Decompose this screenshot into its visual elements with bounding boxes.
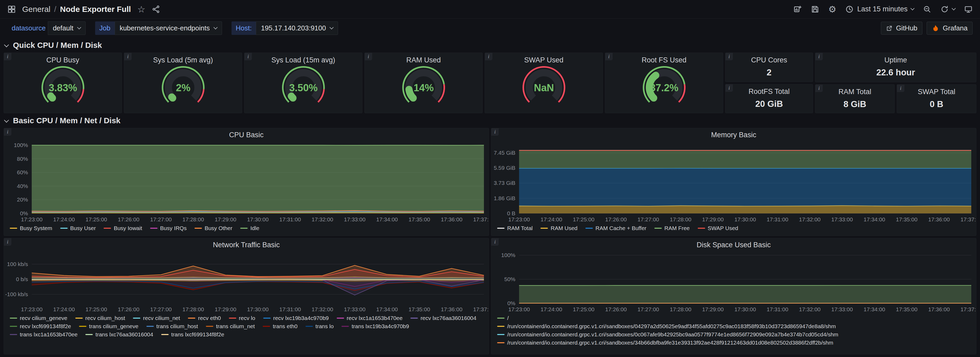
panel-title[interactable]: CPU Cores xyxy=(751,56,788,64)
legend-item[interactable]: Idle xyxy=(240,225,259,231)
chevron-down-icon xyxy=(213,26,218,30)
panel-swap-used: i SWAP Used NaN xyxy=(485,53,603,113)
legend-swatch xyxy=(194,228,202,229)
svg-text:17:24:00: 17:24:00 xyxy=(53,216,75,222)
legend-item[interactable]: SWAP Used xyxy=(698,225,738,231)
settings-gear-icon[interactable]: ⚙ xyxy=(828,5,836,14)
info-icon[interactable]: i xyxy=(605,53,612,60)
legend-item[interactable]: trans cilium_host xyxy=(146,323,198,330)
legend-label: recv lxc1a1653b470ee xyxy=(347,315,402,321)
row-header-basic[interactable]: Basic CPU / Mem / Net / Disk xyxy=(0,113,980,128)
share-icon[interactable] xyxy=(152,5,160,13)
legend-item[interactable]: trans lxc1a1653b470ee xyxy=(10,332,78,338)
cpu-basic-chart[interactable]: 17:23:0017:24:0017:25:0017:26:0017:27:00… xyxy=(4,142,489,224)
legend-item[interactable]: recv lxc1a1653b470ee xyxy=(337,315,402,321)
legend-item[interactable]: recv lxc76aa36016004 xyxy=(410,315,476,321)
legend-item[interactable]: trans cilium_net xyxy=(206,323,255,330)
panel-sys-load-15m: i Sys Load (15m avg) 3.50% xyxy=(244,53,362,113)
info-icon[interactable]: i xyxy=(725,84,733,92)
memory-basic-chart[interactable]: 17:23:0017:24:0017:25:0017:26:0017:27:00… xyxy=(491,142,976,224)
panel-title[interactable]: Sys Load (5m avg) xyxy=(153,56,213,64)
legend-item[interactable]: trans cilium_geneve xyxy=(79,323,138,330)
github-link-button[interactable]: GitHub xyxy=(881,22,923,35)
legend-item[interactable]: recv lxcf699134f8f2e xyxy=(10,323,71,330)
legend-item[interactable]: recv lo xyxy=(229,315,255,321)
legend-label: recv lo xyxy=(239,315,255,321)
legend-item[interactable]: recv lxc19b3a4c970b9 xyxy=(263,315,329,321)
network-traffic-chart[interactable]: 17:23:0017:24:0017:25:0017:26:0017:27:00… xyxy=(4,252,489,314)
panel-cpu-basic: i CPU Basic 17:23:0017:24:0017:25:0017:2… xyxy=(4,128,489,236)
panel-title[interactable]: SWAP Total xyxy=(918,88,955,96)
legend-item[interactable]: recv cilium_geneve xyxy=(10,315,67,321)
panel-title[interactable]: RootFS Total xyxy=(748,88,790,96)
legend-item[interactable]: recv cilium_host xyxy=(75,315,125,321)
legend-item[interactable]: recv cilium_net xyxy=(133,315,180,321)
legend-swatch xyxy=(150,228,158,229)
panel-title[interactable]: Disk Space Used Basic xyxy=(491,238,976,252)
panel-title[interactable]: SWAP Used xyxy=(524,56,563,64)
stat-column-left: i CPU Cores 2 i RootFS Total 20 GiB xyxy=(725,53,813,113)
legend-item[interactable]: trans lo xyxy=(305,323,334,330)
time-range-picker[interactable]: Last 15 minutes xyxy=(845,5,914,13)
legend-item[interactable]: /run/containerd/io.containerd.grpc.v1.cr… xyxy=(497,332,838,338)
legend-item[interactable]: trans lxc19b3a4c970b9 xyxy=(342,323,409,330)
legend-item[interactable]: trans lxcf699134f8f2e xyxy=(161,332,224,338)
legend-item[interactable]: / xyxy=(497,315,838,321)
legend-item[interactable]: /run/containerd/io.containerd.grpc.v1.cr… xyxy=(497,339,838,346)
info-icon[interactable]: i xyxy=(491,238,499,245)
legend-item[interactable]: RAM Total xyxy=(497,225,533,231)
dashboards-grid-icon[interactable] xyxy=(7,5,16,13)
panel-title[interactable]: RAM Used xyxy=(406,56,441,64)
legend-item[interactable]: RAM Free xyxy=(654,225,690,231)
info-icon[interactable]: i xyxy=(897,84,904,92)
panel-title[interactable]: Network Traffic Basic xyxy=(4,238,489,252)
svg-text:17:35:00: 17:35:00 xyxy=(896,306,918,312)
datasource-dropdown[interactable]: default xyxy=(48,21,86,35)
panel-title[interactable]: Root FS Used xyxy=(642,56,687,64)
legend-item[interactable]: RAM Used xyxy=(541,225,578,231)
legend-item[interactable]: /run/containerd/io.containerd.grpc.v1.cr… xyxy=(497,323,838,330)
info-icon[interactable]: i xyxy=(4,238,11,245)
info-icon[interactable]: i xyxy=(124,53,132,60)
legend-item[interactable]: recv eth0 xyxy=(188,315,221,321)
legend-item[interactable]: Busy User xyxy=(60,225,96,231)
panel-title[interactable]: Memory Basic xyxy=(491,128,976,142)
info-icon[interactable]: i xyxy=(245,53,252,60)
info-icon[interactable]: i xyxy=(485,53,492,60)
add-panel-icon[interactable] xyxy=(794,5,802,13)
row-header-quick[interactable]: Quick CPU / Mem / Disk xyxy=(0,38,980,53)
info-icon[interactable]: i xyxy=(4,128,11,135)
panel-title[interactable]: Uptime xyxy=(885,56,907,64)
legend-item[interactable]: Busy Iowait xyxy=(103,225,142,231)
disk-space-chart[interactable]: 17:23:0017:24:0017:25:0017:26:0017:27:00… xyxy=(491,252,976,314)
legend-item[interactable]: Busy IRQs xyxy=(150,225,186,231)
panel-title[interactable]: RAM Total xyxy=(838,88,871,96)
svg-text:17:31:00: 17:31:00 xyxy=(767,306,788,312)
info-icon[interactable]: i xyxy=(365,53,372,60)
panel-title[interactable]: CPU Busy xyxy=(46,56,79,64)
host-dropdown[interactable]: 195.17.140.203:9100 xyxy=(256,21,338,35)
legend-item[interactable]: trans eth0 xyxy=(263,323,298,330)
legend-item[interactable]: Busy Other xyxy=(194,225,232,231)
info-icon[interactable]: i xyxy=(815,84,823,92)
breadcrumb-folder[interactable]: General xyxy=(22,5,51,14)
info-icon[interactable]: i xyxy=(725,53,733,60)
save-dashboard-icon[interactable] xyxy=(811,5,819,13)
legend-item[interactable]: trans lxc76aa36016004 xyxy=(85,332,153,338)
legend-swatch xyxy=(263,326,270,327)
grafana-link-button[interactable]: Grafana xyxy=(927,22,973,35)
legend-item[interactable]: Busy System xyxy=(10,225,52,231)
job-dropdown[interactable]: kubernetes-service-endpoints xyxy=(115,21,222,35)
tv-monitor-icon[interactable] xyxy=(964,5,973,13)
star-icon[interactable]: ☆ xyxy=(137,5,145,14)
time-range-label: Last 15 minutes xyxy=(857,5,908,13)
panel-title[interactable]: Sys Load (15m avg) xyxy=(271,56,336,64)
refresh-picker[interactable] xyxy=(940,5,955,13)
info-icon[interactable]: i xyxy=(815,53,823,60)
panel-memory-basic: i Memory Basic 17:23:0017:24:0017:25:001… xyxy=(491,128,976,236)
zoom-out-icon[interactable] xyxy=(923,5,931,13)
legend-item[interactable]: RAM Cache + Buffer xyxy=(585,225,646,231)
panel-title[interactable]: CPU Basic xyxy=(4,128,489,142)
info-icon[interactable]: i xyxy=(4,53,11,60)
info-icon[interactable]: i xyxy=(491,128,499,135)
